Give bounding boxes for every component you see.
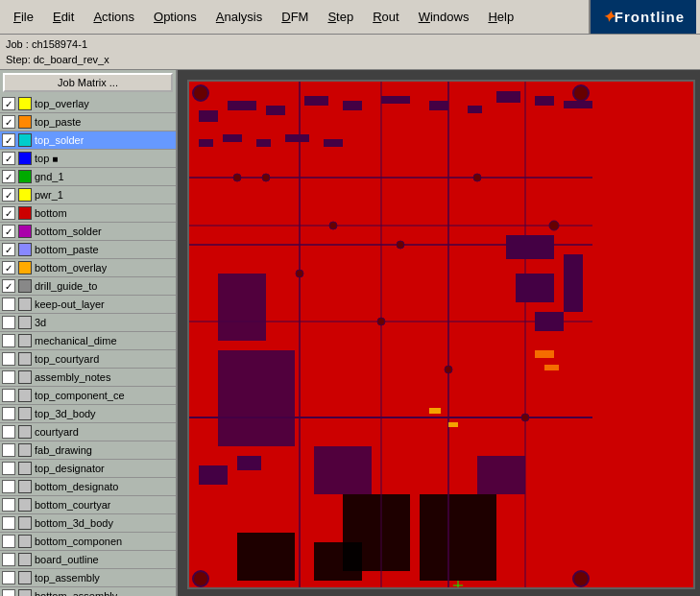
layer-checkbox-bottom_designato[interactable]: [2, 480, 15, 493]
layer-name-bottom_paste: bottom_paste: [35, 244, 99, 255]
svg-rect-19: [223, 134, 242, 142]
layer-row-mechanical_dim[interactable]: mechanical_dime: [0, 332, 176, 350]
layer-checkbox-bottom[interactable]: [2, 206, 15, 220]
layer-checkbox-top_component_ce[interactable]: [2, 389, 15, 402]
svg-rect-9: [266, 106, 285, 115]
layer-checkbox-top_courtyard[interactable]: [2, 352, 15, 366]
layer-name-top_designator: top_designator: [35, 463, 105, 474]
svg-rect-57: [237, 456, 261, 470]
menu-windows[interactable]: Windows: [409, 6, 479, 28]
layer-row-gnd_1[interactable]: gnd_1: [0, 168, 176, 186]
layer-name-bottom_3d_body: bottom_3d_body: [35, 517, 113, 529]
svg-point-37: [262, 174, 270, 181]
svg-rect-1: [218, 350, 295, 446]
layer-row-top_courtyard[interactable]: top_courtyard: [0, 350, 176, 369]
menu-file[interactable]: File: [4, 6, 43, 28]
layer-list: top_overlaytop_pastetop_soldertop■gnd_1p…: [0, 95, 176, 596]
layer-color-assembly_notes: [18, 370, 32, 384]
layer-checkbox-bottom_solder[interactable]: [2, 225, 15, 238]
layer-name-bottom: bottom: [35, 207, 67, 219]
layer-color-top_designator: [18, 462, 32, 475]
layer-row-assembly_notes[interactable]: assembly_notes: [0, 369, 176, 387]
layer-checkbox-top_paste[interactable]: [2, 115, 15, 129]
layer-row-top_solder[interactable]: top_solder: [0, 131, 176, 150]
menu-dfm[interactable]: DFM: [272, 6, 318, 28]
layer-row-bottom_solder[interactable]: bottom_solder: [0, 223, 176, 241]
layer-checkbox-top[interactable]: [2, 152, 15, 165]
svg-rect-11: [343, 101, 362, 110]
layer-name-bottom_courtyar: bottom_courtyar: [35, 499, 110, 511]
layer-name-top: top: [35, 153, 49, 164]
layer-row-top_assembly[interactable]: top_assembly: [0, 569, 176, 587]
layer-checkbox-3d[interactable]: [2, 316, 15, 329]
svg-rect-46: [535, 350, 554, 358]
layer-checkbox-bottom_assembly[interactable]: [2, 589, 15, 596]
menu-help[interactable]: Help: [478, 6, 523, 28]
layer-row-top_overlay[interactable]: top_overlay: [0, 95, 176, 113]
layer-row-top_component_ce[interactable]: top_component_ce: [0, 387, 176, 405]
layer-row-fab_drawing[interactable]: fab_drawing: [0, 441, 176, 460]
main-layout: Job Matrix ... top_overlaytop_pastetop_s…: [0, 70, 700, 596]
layer-name-bottom_component: bottom_componen: [35, 536, 122, 547]
layer-row-bottom_courtyar[interactable]: bottom_courtyar: [0, 496, 176, 514]
layer-checkbox-top_assembly[interactable]: [2, 571, 15, 584]
layer-row-drill_guide_top[interactable]: drill_guide_to: [0, 277, 176, 296]
layer-checkbox-mechanical_dim[interactable]: [2, 334, 15, 347]
app-logo: ✦ Frontline: [589, 0, 696, 34]
layer-row-board_outline[interactable]: board_outline: [0, 551, 176, 569]
layer-checkbox-fab_drawing[interactable]: [2, 443, 15, 457]
layer-row-top_paste[interactable]: top_paste: [0, 113, 176, 131]
layer-checkbox-board_outline[interactable]: [2, 553, 15, 566]
menu-step[interactable]: Step: [318, 6, 363, 28]
layer-name-top_overlay: top_overlay: [35, 98, 89, 109]
layer-row-keep_out_layer[interactable]: keep-out_layer: [0, 296, 176, 314]
layer-checkbox-top_solder[interactable]: [2, 133, 15, 147]
layer-checkbox-bottom_paste[interactable]: [2, 243, 15, 256]
layer-name-3d: 3d: [35, 317, 46, 328]
layer-row-top_3d_body[interactable]: top_3d_body: [0, 405, 176, 423]
layer-row-bottom_component[interactable]: bottom_componen: [0, 533, 176, 551]
menu-rout[interactable]: Rout: [363, 6, 408, 28]
layer-row-3d[interactable]: 3d: [0, 314, 176, 332]
layer-checkbox-bottom_courtyar[interactable]: [2, 498, 15, 512]
svg-point-45: [521, 414, 529, 421]
layer-color-top_3d_body: [18, 407, 32, 420]
canvas-area[interactable]: [178, 70, 700, 596]
layer-checkbox-bottom_component[interactable]: [2, 535, 15, 548]
menu-analysis[interactable]: Analysis: [206, 6, 272, 28]
layer-checkbox-top_3d_body[interactable]: [2, 407, 15, 420]
layer-checkbox-pwr_1[interactable]: [2, 188, 15, 202]
layer-color-bottom_designato: [18, 480, 32, 493]
menu-edit[interactable]: Edit: [43, 6, 84, 28]
layer-checkbox-assembly_notes[interactable]: [2, 370, 15, 384]
menu-options[interactable]: Options: [144, 6, 206, 28]
layer-name-mechanical_dim: mechanical_dime: [35, 335, 117, 346]
layer-checkbox-drill_guide_top[interactable]: [2, 279, 15, 293]
layer-color-bottom_courtyar: [18, 498, 32, 512]
layer-checkbox-gnd_1[interactable]: [2, 170, 15, 183]
layer-row-bottom_assembly[interactable]: bottom_assembly: [0, 587, 176, 596]
layer-checkbox-top_overlay[interactable]: [2, 97, 15, 110]
layer-row-bottom_3d_body[interactable]: bottom_3d_body: [0, 514, 176, 533]
layer-row-bottom_overlay[interactable]: bottom_overlay: [0, 259, 176, 277]
layer-row-top[interactable]: top■: [0, 150, 176, 168]
svg-rect-48: [429, 408, 441, 414]
svg-rect-56: [199, 465, 228, 485]
layer-row-top_designator[interactable]: top_designator: [0, 460, 176, 478]
layer-color-bottom_paste: [18, 243, 32, 256]
layer-row-bottom_designato[interactable]: bottom_designato: [0, 478, 176, 496]
layer-row-bottom_paste[interactable]: bottom_paste: [0, 241, 176, 259]
layer-checkbox-bottom_3d_body[interactable]: [2, 516, 15, 530]
layer-checkbox-bottom_overlay[interactable]: [2, 261, 15, 274]
layer-row-bottom[interactable]: bottom: [0, 204, 176, 223]
layer-row-pwr_1[interactable]: pwr_1: [0, 186, 176, 204]
layer-row-courtyard[interactable]: courtyard: [0, 423, 176, 441]
layer-checkbox-top_designator[interactable]: [2, 462, 15, 475]
job-matrix-button[interactable]: Job Matrix ...: [3, 73, 173, 92]
svg-rect-21: [285, 134, 309, 142]
layer-checkbox-keep_out_layer[interactable]: [2, 298, 15, 311]
layer-checkbox-courtyard[interactable]: [2, 425, 15, 439]
svg-rect-10: [304, 96, 328, 106]
menu-actions[interactable]: Actions: [84, 6, 144, 28]
layer-name-bottom_solder: bottom_solder: [35, 226, 102, 237]
